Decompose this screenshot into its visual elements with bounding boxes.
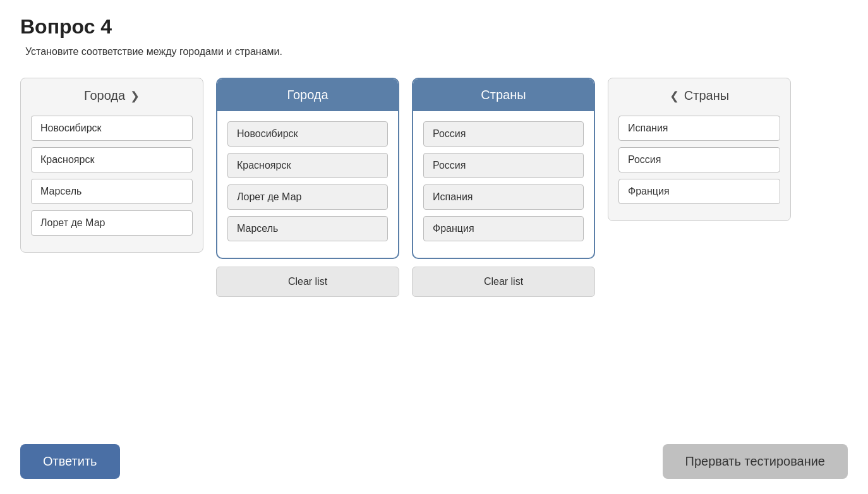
list-item[interactable]: Красноярск [227,153,388,178]
right-source-panel: ❮ Страны Испания Россия Франция [608,78,791,221]
answer-button[interactable]: Ответить [20,444,120,479]
left-source-panel: Города ❯ Новосибирск Красноярск Марсель … [20,78,203,253]
right-source-header: ❮ Страны [618,88,780,103]
countries-drop-wrapper: Страны Россия Россия Испания Франция Cle… [412,78,595,297]
question-subtitle: Установите соответствие между городами и… [20,46,848,57]
stop-button[interactable]: Прервать тестирование [663,444,848,479]
list-item[interactable]: Россия [423,153,584,178]
countries-drop-body[interactable]: Россия Россия Испания Франция [413,111,594,258]
list-item[interactable]: Марсель [227,216,388,241]
list-item[interactable]: Лорет де Мар [31,210,193,236]
page-container: Вопрос 4 Установите соответствие между г… [0,0,868,312]
list-item[interactable]: Красноярск [31,147,193,172]
question-title: Вопрос 4 [20,15,848,39]
list-item[interactable]: Россия [618,147,780,172]
left-source-arrow: ❯ [130,89,140,103]
right-source-title: Страны [684,88,729,103]
list-item[interactable]: Марсель [31,179,193,204]
cities-clear-button[interactable]: Clear list [216,267,399,297]
left-source-title: Города [84,88,125,103]
cities-drop-wrapper: Города Новосибирск Красноярск Лорет де М… [216,78,399,297]
left-source-header: Города ❯ [31,88,193,103]
list-item[interactable]: Новосибирск [227,121,388,147]
countries-drop-panel: Страны Россия Россия Испания Франция [412,78,595,259]
countries-clear-button[interactable]: Clear list [412,267,595,297]
columns-area: Города ❯ Новосибирск Красноярск Марсель … [20,78,848,297]
list-item[interactable]: Франция [423,216,584,241]
list-item[interactable]: Новосибирск [31,116,193,141]
right-source-items: Испания Россия Франция [618,116,780,204]
list-item[interactable]: Испания [618,116,780,141]
right-source-arrow: ❮ [670,89,679,103]
list-item[interactable]: Испания [423,184,584,210]
cities-drop-body[interactable]: Новосибирск Красноярск Лорет де Мар Марс… [217,111,398,258]
countries-drop-header: Страны [413,79,594,111]
cities-drop-header: Города [217,79,398,111]
left-source-items: Новосибирск Красноярск Марсель Лорет де … [31,116,193,236]
list-item[interactable]: Россия [423,121,584,147]
list-item[interactable]: Франция [618,179,780,204]
cities-drop-panel: Города Новосибирск Красноярск Лорет де М… [216,78,399,259]
list-item[interactable]: Лорет де Мар [227,184,388,210]
bottom-bar: Ответить Прервать тестирование [20,444,848,479]
